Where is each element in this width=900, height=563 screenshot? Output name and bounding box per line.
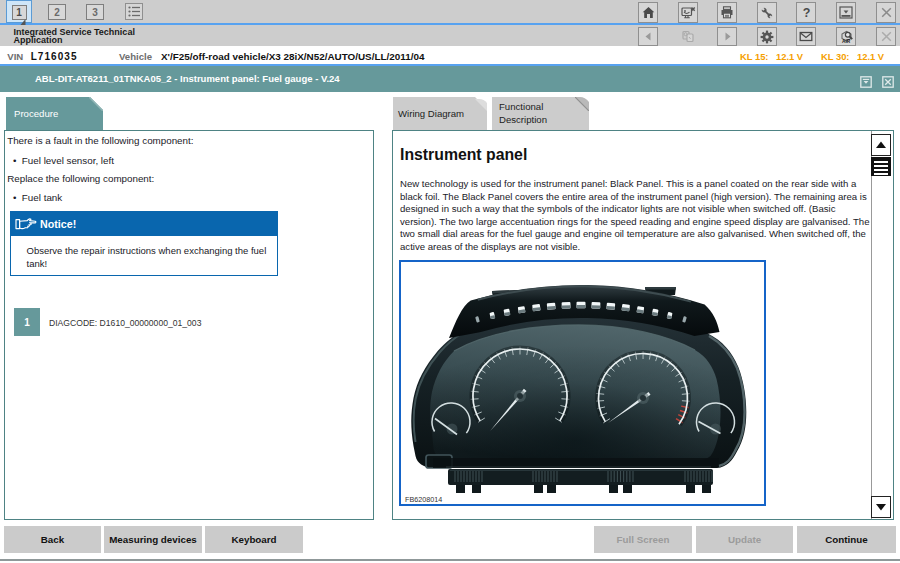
svg-text:AIR: AIR bbox=[842, 39, 851, 44]
svg-text:?: ? bbox=[802, 6, 810, 19]
